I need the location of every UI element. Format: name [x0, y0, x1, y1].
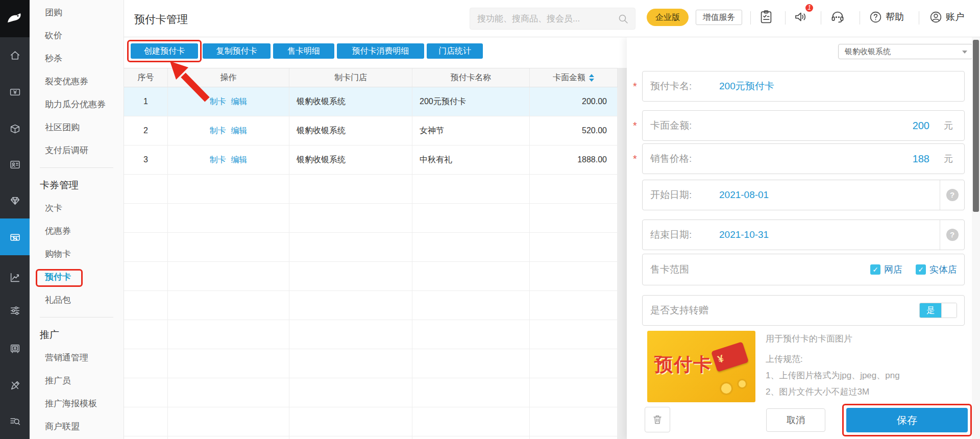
- sale-price-unit: 元: [944, 153, 953, 165]
- required-asterisk: [633, 81, 640, 92]
- divider: [919, 11, 919, 25]
- safe-icon[interactable]: [0, 337, 30, 359]
- gem-icon[interactable]: [0, 189, 30, 212]
- sidebar-item-bargain[interactable]: 砍价: [30, 24, 124, 47]
- edit-link[interactable]: 编辑: [231, 126, 248, 136]
- home-icon[interactable]: [0, 44, 30, 66]
- table-scrollbar-track[interactable]: [618, 68, 627, 439]
- cell-amount: 200.00: [530, 87, 618, 116]
- create-prepaid-card-button[interactable]: 创建预付卡: [131, 43, 198, 59]
- col-header-amount-label: 卡面金额: [553, 72, 585, 83]
- checkbox-checked-icon[interactable]: [916, 264, 926, 275]
- search-list-icon[interactable]: [0, 410, 30, 432]
- empty-table-row: [124, 175, 618, 204]
- page-title: 预付卡管理: [134, 12, 188, 27]
- sidebar-menu: 团购 砍价 秒杀 裂变优惠券 助力瓜分优惠券 社区团购 支付后调研 卡券管理 次…: [30, 0, 124, 439]
- card-sale-detail-button[interactable]: 售卡明细: [273, 43, 334, 59]
- face-amount-field[interactable]: 卡面金额: 200 元: [642, 110, 965, 141]
- card-name-field[interactable]: 预付卡名: 200元预付卡: [642, 71, 965, 102]
- table-row[interactable]: 3 制卡 编辑 银豹收银系统 中秋有礼 1888.00: [124, 145, 618, 175]
- id-card-icon[interactable]: [0, 153, 30, 176]
- col-header-amount[interactable]: 卡面金额: [530, 68, 618, 87]
- sidebar-item-assist-coupon[interactable]: 助力瓜分优惠券: [30, 93, 124, 116]
- sidebar-item-flash-sale[interactable]: 秒杀: [30, 47, 124, 70]
- card-face-image-upload[interactable]: 预付卡: [647, 331, 755, 402]
- sidebar-item-shopping-card[interactable]: 购物卡: [30, 242, 124, 265]
- make-card-link[interactable]: 制卡: [210, 126, 226, 136]
- copy-prepaid-card-button[interactable]: 复制预付卡: [203, 43, 271, 59]
- physical-store-checkbox-item[interactable]: 实体店: [916, 263, 957, 276]
- sidebar-item-community-group-buy[interactable]: 社区团购: [30, 116, 124, 139]
- sidebar-item-gift-pack[interactable]: 礼品包: [30, 288, 124, 311]
- sale-price-label: 销售价格:: [643, 152, 719, 165]
- sidebar-item-prepaid-card[interactable]: 预付卡: [30, 265, 124, 288]
- transfer-toggle-switch[interactable]: 是: [919, 303, 957, 318]
- upload-spec-title: 上传规范:: [766, 353, 803, 365]
- headset-support-icon[interactable]: [830, 9, 845, 25]
- coin-decoration: [737, 379, 747, 389]
- col-header-seq: 序号: [124, 68, 168, 87]
- cell-card-name: 中秋有礼: [412, 145, 530, 174]
- delete-button[interactable]: [645, 407, 670, 432]
- save-button[interactable]: 保存: [846, 408, 968, 432]
- end-date-field[interactable]: 结束日期: 2021-10-31: [642, 220, 965, 250]
- empty-table-row: [124, 291, 618, 320]
- page-scrollbar-thumb[interactable]: [973, 40, 979, 212]
- value-added-services-button[interactable]: 增值服务: [696, 10, 742, 25]
- checkbox-checked-icon[interactable]: [870, 264, 880, 275]
- required-asterisk: [633, 120, 640, 132]
- coupon-icon-active[interactable]: [0, 218, 30, 255]
- start-date-help-icon[interactable]: [940, 180, 964, 210]
- sidebar-item-group-buy[interactable]: 团购: [30, 1, 124, 24]
- table-row[interactable]: 2 制卡 编辑 银豹收银系统 女神节 520.00: [124, 116, 618, 145]
- cell-store: 银豹收银系统: [289, 87, 412, 116]
- search-input[interactable]: [477, 8, 610, 29]
- table-row[interactable]: 1 制卡 编辑 银豹收银系统 200元预付卡 200.00: [124, 87, 618, 116]
- package-icon[interactable]: [0, 117, 30, 140]
- sale-price-field[interactable]: 销售价格: 188 元: [642, 143, 965, 174]
- make-card-link[interactable]: 制卡: [210, 96, 226, 107]
- edit-link[interactable]: 编辑: [231, 96, 248, 107]
- money-icon[interactable]: [0, 81, 30, 103]
- app-logo[interactable]: [0, 0, 30, 37]
- end-date-value: 2021-10-31: [719, 229, 769, 240]
- end-date-label: 结束日期:: [643, 228, 719, 241]
- empty-table-row: [124, 320, 618, 349]
- sidebar-item-coupon[interactable]: 优惠券: [30, 220, 124, 242]
- sidebar-item-punch-card[interactable]: 次卡: [30, 197, 124, 220]
- fox-logo-icon: [6, 11, 24, 27]
- consumption-detail-button[interactable]: 预付卡消费明细: [337, 43, 424, 59]
- sliders-icon[interactable]: [0, 299, 30, 322]
- help-label: 帮助: [886, 11, 904, 23]
- clipboard-icon[interactable]: [758, 9, 774, 25]
- sidebar-item-marketing-manager[interactable]: 营销通管理: [30, 346, 124, 369]
- sidebar-item-merchant-alliance[interactable]: 商户联盟: [30, 415, 124, 438]
- online-store-checkbox-item[interactable]: 网店: [870, 263, 902, 276]
- cancel-button[interactable]: 取消: [766, 408, 825, 432]
- start-date-field[interactable]: 开始日期: 2021-08-01: [642, 180, 965, 210]
- sidebar-header-promotion: 推广: [30, 323, 124, 346]
- end-date-help-icon[interactable]: [940, 220, 964, 250]
- sidebar-item-fission-coupon[interactable]: 裂变优惠券: [30, 70, 124, 93]
- store-statistics-button[interactable]: 门店统计: [427, 43, 483, 59]
- sidebar-item-post-pay-survey[interactable]: 支付后调研: [30, 139, 124, 162]
- divider: [785, 11, 786, 25]
- start-date-label: 开始日期:: [643, 188, 719, 202]
- sidebar-item-poster-template[interactable]: 推广海报模板: [30, 392, 124, 415]
- help-link[interactable]: 帮助: [869, 9, 904, 25]
- online-store-label: 网店: [884, 263, 902, 276]
- user-circle-icon: [929, 10, 943, 24]
- chart-icon[interactable]: [0, 266, 30, 288]
- empty-table-row: [124, 233, 618, 262]
- sidebar-item-promoter[interactable]: 推广员: [30, 369, 124, 392]
- edit-pencils-icon[interactable]: [0, 374, 30, 397]
- cell-card-name: 200元预付卡: [412, 87, 530, 116]
- make-card-link[interactable]: 制卡: [210, 155, 226, 165]
- sort-arrows-icon[interactable]: [589, 74, 594, 82]
- edit-link[interactable]: 编辑: [231, 155, 248, 165]
- account-link[interactable]: 账户: [929, 9, 964, 25]
- store-select-dropdown[interactable]: 银豹收银系统: [838, 44, 973, 59]
- search-icon[interactable]: [618, 13, 629, 25]
- face-amount-unit: 元: [944, 119, 953, 132]
- plan-badge[interactable]: 企业版: [647, 9, 689, 26]
